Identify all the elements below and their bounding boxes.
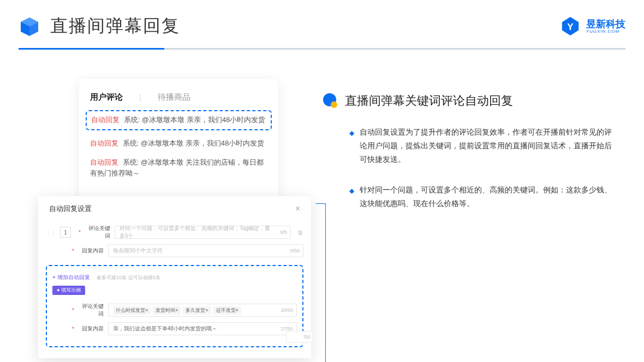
content-input[interactable]: 亲，我们这边都是下单48小时内发货的哦～ 37/50 [108, 322, 297, 335]
diamond-icon: ◆ [349, 128, 354, 167]
auto-reply-tag: 自动回复 [91, 116, 120, 124]
chat-bubble-icon [322, 93, 338, 109]
char-count: 0/5 [280, 230, 287, 235]
settings-title: 自动回复设置 [49, 204, 92, 214]
bullet-text: 针对同一个问题，可设置多个相近的、高频的关键词。例如：这款多少钱、这块能优惠吗、… [360, 183, 617, 210]
overflow-field: /50 [286, 331, 313, 343]
svg-text:Y: Y [567, 22, 574, 32]
content-label: 回复内容 [79, 247, 104, 255]
title-divider [19, 48, 625, 50]
required-mark: * [72, 248, 74, 254]
svg-point-5 [331, 101, 337, 108]
tag[interactable]: 发货时间× [153, 306, 181, 315]
brand-text: 昱新科技 YUUXIN.COM [586, 19, 625, 34]
content-value: 亲，我们这边都是下单48小时内发货的哦～ [113, 325, 217, 333]
settings-header: 自动回复设置 × [46, 204, 303, 220]
example-row-keyword: * 评论关键词 什么时候发货× 发货时间× 多久发货× 还不发货× 20/50 [52, 303, 297, 318]
keyword-tags-input[interactable]: 什么时候发货× 发货时间× 多久发货× 还不发货× 20/50 [108, 304, 297, 317]
example-row-content: * 回复内容 亲，我们这边都是下单48小时内发货的哦～ 37/50 [52, 322, 297, 335]
brand: Y 昱新科技 YUUXIN.COM [560, 16, 625, 37]
add-hint: 最多可建10条 还可以创建9条 [97, 275, 160, 280]
section-title: 直播间弹幕关键词评论自动回复 [345, 93, 513, 109]
header-left: 直播间弹幕回复 [19, 14, 180, 38]
tab-pending-goods[interactable]: 待播商品 [158, 92, 190, 102]
tag[interactable]: 什么时候发货× [113, 306, 151, 315]
auto-reply-tag: 自动回复 [90, 158, 118, 166]
tag[interactable]: 还不发货× [213, 306, 241, 315]
brand-name-cn: 昱新科技 [586, 19, 625, 29]
diamond-icon: ◆ [349, 185, 354, 210]
char-count: 0/50 [290, 248, 300, 254]
index-badge: 1 [60, 227, 71, 238]
tab-user-comments[interactable]: 用户评论 [90, 92, 123, 102]
bullet-text: 自动回复设置为了提升作者的评论回复效率，作者可在开播前针对常见的评论用户问题，提… [360, 125, 617, 167]
example-badge: ● 填写示例 [52, 286, 85, 295]
drag-handle-icon[interactable]: ⋮⋮ [46, 230, 56, 236]
comment-row: 自动回复 系统: @冰墩墩本墩 亲亲，我们48小时内发货 [90, 138, 267, 149]
example-block: + 增加自动回复 最多可建10条 还可以创建9条 ● 填写示例 * 评论关键词 … [46, 265, 303, 347]
add-auto-reply-link[interactable]: + 增加自动回复 [52, 274, 90, 280]
settings-card: 自动回复设置 × ⋮⋮ 1 * 评论关键词 对同一个问题，可设置多个相近、高频的… [38, 196, 311, 358]
comment-row: 自动回复 系统: @冰墩墩本墩 亲亲，我们48小时内发货 [91, 114, 266, 126]
tabs: 用户评论 | 待播商品 [90, 92, 267, 102]
required-mark: * [72, 326, 74, 332]
bullet-item: ◆ 自动回复设置为了提升作者的评论回复效率，作者可在开播前针对常见的评论用户问题… [349, 125, 617, 167]
bullet-item: ◆ 针对同一个问题，可设置多个相近的、高频的关键词。例如：这款多少钱、这块能优惠… [349, 183, 617, 210]
placeholder-text: 对同一个问题，可设置多个相近、高频的关键词，Tag确定，最多5个 [120, 225, 271, 240]
keyword-label: 评论关键词 [85, 225, 110, 240]
form-row-keyword: ⋮⋮ 1 * 评论关键词 对同一个问题，可设置多个相近、高频的关键词，Tag确定… [46, 225, 303, 240]
required-mark: * [79, 230, 81, 236]
highlighted-comment: 自动回复 系统: @冰墩墩本墩 亲亲，我们48小时内发货 [86, 110, 272, 130]
page-title: 直播间弹幕回复 [50, 14, 180, 38]
content-input[interactable]: 每条限50个中文字符 0/50 [108, 244, 303, 257]
comment-row: 自动回复 系统: @冰墩墩本墩 关注我们的店铺，每日都有热门推荐呦～ [90, 157, 267, 180]
cube-icon [19, 15, 40, 37]
required-mark: * [72, 307, 74, 313]
auto-reply-tag: 自动回复 [90, 139, 118, 147]
section-header: 直播间弹幕关键词评论自动回复 [322, 93, 617, 109]
placeholder-text: 每条限50个中文字符 [113, 247, 163, 255]
overflow-count: /50 [303, 334, 311, 340]
tag[interactable]: 多久发货× [183, 306, 211, 315]
delete-icon[interactable]: 🗑 [297, 229, 303, 236]
content-label: 回复内容 [79, 325, 104, 333]
right-panel: 直播间弹幕关键词评论自动回复 ◆ 自动回复设置为了提升作者的评论回复效率，作者可… [322, 93, 617, 227]
connector-line [325, 203, 326, 362]
close-icon[interactable]: × [295, 204, 300, 214]
brand-logo-icon: Y [560, 16, 581, 37]
comment-text: 系统: @冰墩墩本墩 亲亲，我们48小时内发货 [124, 116, 266, 124]
page-header: 直播间弹幕回复 Y 昱新科技 YUUXIN.COM [19, 14, 625, 38]
keyword-label: 评论关键词 [79, 303, 104, 318]
brand-name-en: YUUXIN.COM [586, 29, 625, 34]
comment-text: 系统: @冰墩墩本墩 亲亲，我们48小时内发货 [123, 139, 265, 147]
char-count: 20/50 [281, 307, 293, 313]
tab-divider: | [139, 92, 141, 102]
keyword-input[interactable]: 对同一个问题，可设置多个相近、高频的关键词，Tag确定，最多5个 0/5 [115, 226, 291, 239]
form-row-content: * 回复内容 每条限50个中文字符 0/50 [46, 244, 303, 257]
